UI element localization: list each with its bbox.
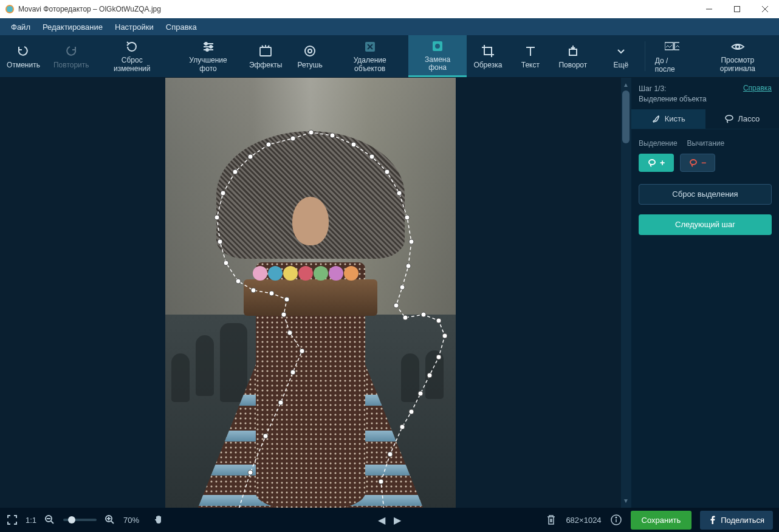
zoom-in-button[interactable] <box>104 514 116 526</box>
next-button[interactable]: ▶ <box>394 514 401 526</box>
effects-button[interactable]: Эффекты <box>242 35 289 77</box>
step-title: Выделение объекта <box>639 94 707 104</box>
lasso-icon <box>724 114 734 124</box>
zoom-percent: 70% <box>123 516 139 525</box>
hand-tool-button[interactable] <box>153 514 165 526</box>
crop-button[interactable]: Обрезка <box>467 35 509 77</box>
before-after-button[interactable]: До / после <box>648 35 696 77</box>
svg-line-68 <box>51 521 53 523</box>
undo-button[interactable]: Отменить <box>0 35 47 77</box>
remove-objects-button[interactable]: Удаление объектов <box>331 35 408 77</box>
selection-add-button[interactable]: + <box>639 154 674 172</box>
before-after-icon <box>665 39 679 54</box>
text-icon <box>523 44 538 58</box>
delete-button[interactable] <box>545 514 557 526</box>
fullscreen-button[interactable] <box>6 514 18 526</box>
menu-file[interactable]: Файл <box>5 20 36 34</box>
svg-point-66 <box>690 160 696 165</box>
vertical-scrollbar[interactable]: ▲ ▼ <box>621 78 631 508</box>
zoom-slider[interactable] <box>63 519 97 521</box>
prev-button[interactable]: ◀ <box>378 514 385 526</box>
share-button[interactable]: Поделиться <box>700 511 773 530</box>
label-subtract: Вычитание <box>687 139 725 148</box>
svg-point-64 <box>726 115 733 120</box>
background-replace-icon <box>430 39 445 53</box>
remove-objects-icon <box>363 39 377 54</box>
label-select: Выделение <box>639 139 678 148</box>
enhance-icon <box>201 39 216 54</box>
facebook-icon <box>709 516 717 524</box>
step-indicator: Шаг 1/3: <box>639 84 707 94</box>
bottom-bar: 1:1 70% ◀ ▶ 682×1024 Сохранить Поделитьс… <box>0 508 779 532</box>
photo[interactable] <box>165 78 456 508</box>
window-titlebar: Movavi Фоторедактор – OlGkOtWuZQA.jpg <box>0 0 779 18</box>
next-step-button[interactable]: Следующий шаг <box>639 214 772 235</box>
tab-brush[interactable]: Кисть <box>631 109 705 129</box>
info-button[interactable] <box>610 514 622 526</box>
text-button[interactable]: Текст <box>509 35 552 77</box>
zoom-out-button[interactable] <box>44 514 56 526</box>
rotate-button[interactable]: Поворот <box>552 35 594 77</box>
svg-rect-2 <box>735 7 740 12</box>
reset-button[interactable]: Сброс изменений <box>96 35 168 77</box>
app-icon <box>5 4 15 14</box>
zoom-ratio[interactable]: 1:1 <box>26 516 36 525</box>
svg-point-10 <box>206 49 208 51</box>
right-panel: Шаг 1/3: Выделение объекта Справка Кисть… <box>631 78 779 508</box>
retouch-button[interactable]: Ретушь <box>289 35 331 77</box>
chevron-down-icon <box>614 44 628 58</box>
svg-point-16 <box>435 44 440 49</box>
svg-point-12 <box>305 46 315 56</box>
main-toolbar: Отменить Повторить Сброс изменений Улучш… <box>0 35 779 78</box>
svg-point-13 <box>308 49 312 53</box>
reset-selection-button[interactable]: Сброс выделения <box>639 184 772 205</box>
svg-rect-11 <box>260 47 271 56</box>
window-title: Movavi Фоторедактор – OlGkOtWuZQA.jpg <box>18 5 161 13</box>
brush-icon <box>651 114 661 124</box>
retouch-icon <box>303 44 317 58</box>
menu-help[interactable]: Справка <box>160 20 203 34</box>
window-maximize-button[interactable] <box>723 0 751 18</box>
menu-bar: Файл Редактирование Настройки Справка <box>0 18 779 35</box>
image-dimensions: 682×1024 <box>566 516 601 525</box>
background-replace-button[interactable]: Замена фона <box>408 35 467 77</box>
scroll-down-arrow[interactable]: ▼ <box>622 496 630 505</box>
svg-rect-18 <box>665 43 673 50</box>
scroll-up-arrow[interactable]: ▲ <box>622 80 630 89</box>
canvas-area[interactable] <box>0 78 621 508</box>
menu-edit[interactable]: Редактирование <box>36 20 109 34</box>
enhance-button[interactable]: Улучшение фото <box>174 35 242 77</box>
reset-icon <box>125 39 139 54</box>
svg-point-8 <box>205 43 207 45</box>
tab-lasso[interactable]: Лассо <box>705 109 780 129</box>
scrollbar-thumb[interactable] <box>622 90 630 143</box>
panel-help-link[interactable]: Справка <box>743 84 772 104</box>
svg-point-20 <box>736 45 740 49</box>
preview-original-button[interactable]: Просмотр оригинала <box>696 35 779 77</box>
selection-subtract-button[interactable]: − <box>680 154 715 172</box>
window-close-button[interactable] <box>751 0 779 18</box>
svg-point-76 <box>616 517 617 518</box>
more-button[interactable]: Ещё <box>600 44 642 69</box>
redo-icon <box>64 44 78 58</box>
eye-icon <box>730 39 745 54</box>
redo-button[interactable]: Повторить <box>47 35 96 77</box>
svg-point-65 <box>649 160 655 165</box>
undo-icon <box>16 44 30 58</box>
svg-line-71 <box>111 521 114 523</box>
save-button[interactable]: Сохранить <box>631 511 692 530</box>
menu-settings[interactable]: Настройки <box>109 20 160 34</box>
svg-rect-17 <box>569 49 577 55</box>
rotate-icon <box>566 44 580 58</box>
effects-icon <box>258 44 273 58</box>
window-minimize-button[interactable] <box>695 0 723 18</box>
crop-icon <box>481 44 495 58</box>
zoom-slider-thumb[interactable] <box>68 516 75 523</box>
svg-point-9 <box>210 46 212 48</box>
